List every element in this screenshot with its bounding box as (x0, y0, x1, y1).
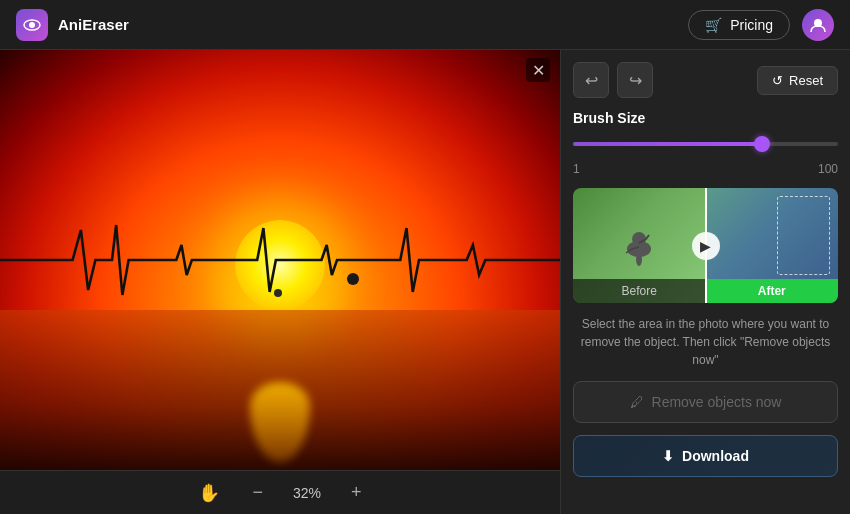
svg-point-1 (29, 22, 35, 28)
remove-label: Remove objects now (652, 394, 782, 410)
slider-range: 1 100 (573, 162, 838, 176)
download-button[interactable]: ⬇ Download (573, 435, 838, 477)
zoom-out-button[interactable]: − (244, 478, 271, 507)
undo-redo-controls: ↩ ↪ (573, 62, 653, 98)
zoom-level: 32% (287, 485, 327, 501)
svg-point-5 (636, 252, 642, 266)
panel-controls: ↩ ↪ ↺ Reset (573, 62, 838, 98)
water-element (0, 310, 560, 470)
undo-button[interactable]: ↩ (573, 62, 609, 98)
download-label: Download (682, 448, 749, 464)
app-title: AniEraser (58, 16, 129, 33)
brush-size-section: Brush Size 1 100 (573, 110, 838, 176)
header: AniEraser 🛒 Pricing (0, 0, 850, 50)
right-panel: ↩ ↪ ↺ Reset Brush Size 1 100 (560, 50, 850, 514)
canvas-area: ✕ ✋ − 32% + (0, 50, 560, 514)
svg-point-4 (632, 232, 646, 246)
close-button[interactable]: ✕ (526, 58, 550, 82)
ecg-line (0, 220, 560, 300)
remove-icon: 🖊 (630, 394, 644, 410)
instruction-text: Select the area in the photo where you w… (573, 315, 838, 369)
reset-icon: ↺ (772, 73, 783, 88)
reset-label: Reset (789, 73, 823, 88)
brush-size-label: Brush Size (573, 110, 838, 126)
before-label: Before (573, 279, 706, 303)
object-dot-1 (347, 273, 359, 285)
canvas-container[interactable] (0, 50, 560, 470)
redo-button[interactable]: ↪ (617, 62, 653, 98)
slider-max: 100 (818, 162, 838, 176)
preview-arrow-button[interactable]: ▶ (692, 232, 720, 260)
brush-size-slider[interactable] (573, 142, 838, 146)
hand-tool-button[interactable]: ✋ (190, 478, 228, 508)
remove-objects-button[interactable]: 🖊 Remove objects now (573, 381, 838, 423)
before-after-preview: ▶ Before After (573, 188, 838, 303)
canvas-toolbar: ✋ − 32% + (0, 470, 560, 514)
download-icon: ⬇ (662, 448, 674, 464)
brush-slider-container[interactable] (573, 134, 838, 154)
slider-min: 1 (573, 162, 580, 176)
reset-button[interactable]: ↺ Reset (757, 66, 838, 95)
bird-shape (614, 221, 664, 271)
image-canvas[interactable] (0, 50, 560, 470)
main-layout: ✕ ✋ − 32% + (0, 50, 850, 514)
pricing-label: Pricing (730, 17, 773, 33)
cart-icon: 🛒 (705, 17, 722, 33)
user-avatar[interactable] (802, 9, 834, 41)
app-logo (16, 9, 48, 41)
sun-reflection (250, 382, 310, 462)
header-left: AniEraser (16, 9, 129, 41)
canvas-header: ✕ (516, 50, 560, 90)
pricing-button[interactable]: 🛒 Pricing (688, 10, 790, 40)
after-label: After (706, 279, 839, 303)
header-right: 🛒 Pricing (688, 9, 834, 41)
selection-rect (777, 196, 830, 275)
zoom-in-button[interactable]: + (343, 478, 370, 507)
